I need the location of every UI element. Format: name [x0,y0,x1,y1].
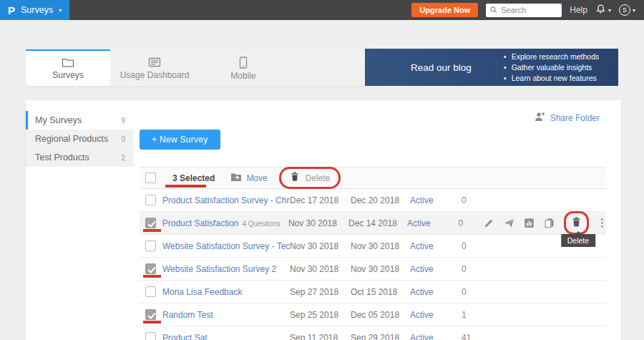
end-date: Dec 20 2018 [351,195,410,205]
more-options-button[interactable] [598,217,606,229]
end-date: Oct 15 2018 [351,287,410,297]
new-survey-button[interactable]: + New Survey [140,130,220,150]
sidebar-item-regional-products[interactable]: Regional Products 0 [26,130,134,148]
folder-sidebar: My Surveys 9 Regional Products 0 Test Pr… [26,111,134,167]
move-label: Move [246,173,267,183]
tab-mobile[interactable]: Mobile [199,49,288,86]
status-label: Active [410,241,459,251]
search-input[interactable] [501,6,558,14]
survey-title-link[interactable]: Website Satisfaction Survey - Tech [162,241,290,251]
survey-title-link[interactable]: Product Satisfaction Survey - Christmas … [162,195,290,205]
start-date: Nov 30 2018 [290,264,351,274]
mobile-icon [239,57,248,69]
banner-bullet: Learn about new features [504,73,599,84]
delete-label: Delete [306,173,331,183]
annotation-underline-selected [165,185,206,188]
start-date: Sep 25 2018 [290,310,351,320]
survey-title-link[interactable]: Product Sat [162,333,290,340]
notifications-menu[interactable]: ▾ [595,4,611,17]
share-folder-button[interactable]: Share Folder [534,112,600,124]
row-checkbox[interactable] [145,195,156,205]
end-date: Dec 05 2018 [351,310,410,320]
end-date: Sep 29 2018 [351,333,410,340]
delete-button[interactable]: Delete [279,167,341,189]
delete-tooltip: Delete [561,234,595,247]
annotation-underline-checkbox [143,229,161,232]
blog-banner[interactable]: Read our blog Explore research methods G… [365,49,618,86]
sidebar-item-test-products[interactable]: Test Products 2 [26,148,134,167]
tab-label: Usage Dashboard [120,70,190,80]
table-row: Website Satisfaction Survey - Tech Nov 3… [140,235,606,258]
search-icon [489,6,498,14]
tab-surveys[interactable]: Surveys [26,49,110,86]
status-label: Active [410,333,459,340]
trash-icon [290,171,300,185]
top-bar: P Surveys ▾ Upgrade Now Help ▾ S ▾ [0,0,644,20]
row-checkbox[interactable] [145,332,156,340]
annotation-underline-checkbox [143,321,161,324]
status-label: Active [407,218,455,228]
survey-title-link[interactable]: Mona Lisa Feedback [162,287,290,297]
share-folder-label: Share Folder [550,113,600,123]
content-panel: My Surveys 9 Regional Products 0 Test Pr… [26,100,621,340]
table-toolbar: 3 Selected Move Delete [140,167,606,189]
response-count: 0 [459,241,487,251]
end-date: Nov 30 2018 [351,264,410,274]
row-checkbox[interactable] [145,218,156,228]
folder-move-icon [230,172,242,185]
upgrade-now-button[interactable]: Upgrade Now [411,3,478,17]
app-menu[interactable]: P Surveys ▾ [0,0,69,20]
survey-title-link[interactable]: Product Satisfaction [162,218,239,228]
folder-label: Test Products [35,152,89,162]
select-all-checkbox[interactable] [145,173,156,183]
edit-button[interactable] [484,218,494,228]
response-count: 0 [459,287,487,297]
status-label: Active [410,195,459,205]
survey-title-link[interactable]: Website Satisfaction Survey 2 [162,264,290,274]
end-date: Nov 30 2018 [351,241,410,251]
reports-button[interactable] [524,218,535,228]
bell-icon [595,4,606,17]
row-checkbox[interactable] [145,263,156,274]
person-plus-icon [534,112,545,124]
survey-table: 3 Selected Move Delete Pro [140,167,606,340]
banner-bullet-list: Explore research methods Gather valuable… [504,52,599,84]
row-checkbox[interactable] [145,241,156,251]
tab-strip: Surveys Usage Dashboard Mobile [26,49,365,86]
banner-title: Read our blog [411,62,472,73]
status-label: Active [410,287,459,297]
app-window: P Surveys ▾ Upgrade Now Help ▾ S ▾ [0,0,644,340]
start-date: Sep 11 2018 [290,333,351,340]
table-row: Website Satisfaction Survey 2 Nov 30 201… [140,258,606,281]
tab-label: Mobile [230,71,255,81]
status-label: Active [410,264,459,274]
account-menu[interactable]: S ▾ [619,4,635,16]
annotation-underline-checkbox [143,275,161,278]
app-menu-label: Surveys [21,5,53,15]
folder-count: 9 [121,117,125,125]
trash-icon [571,216,582,230]
search-box[interactable] [486,4,562,17]
help-link[interactable]: Help [570,5,587,15]
tab-usage-dashboard[interactable]: Usage Dashboard [110,49,199,86]
send-button[interactable] [504,218,514,228]
response-count: 0 [455,218,484,228]
start-date: Sep 27 2018 [290,287,351,297]
chevron-down-icon: ▾ [59,7,62,14]
table-row: Mona Lisa Feedback Sep 27 2018 Oct 15 20… [140,281,606,303]
sidebar-item-my-surveys[interactable]: My Surveys 9 [26,111,134,130]
row-checkbox[interactable] [145,309,156,320]
row-checkbox[interactable] [145,286,156,297]
table-row: Product Satisfaction Survey - Christmas … [140,189,606,212]
copy-button[interactable] [544,218,555,228]
row-actions: Delete [484,211,606,235]
chevron-down-icon: ▾ [608,7,611,14]
move-button[interactable]: Move [230,172,267,185]
avatar: S [619,4,630,16]
table-row: Random Test Sep 25 2018 Dec 05 2018 Acti… [140,303,606,326]
tab-label: Surveys [52,70,83,80]
row-delete-button[interactable]: Delete [564,211,589,235]
banner-bullet: Gather valuable insights [504,62,599,73]
dashboard-icon [148,57,161,68]
survey-title-link[interactable]: Random Test [162,310,290,320]
